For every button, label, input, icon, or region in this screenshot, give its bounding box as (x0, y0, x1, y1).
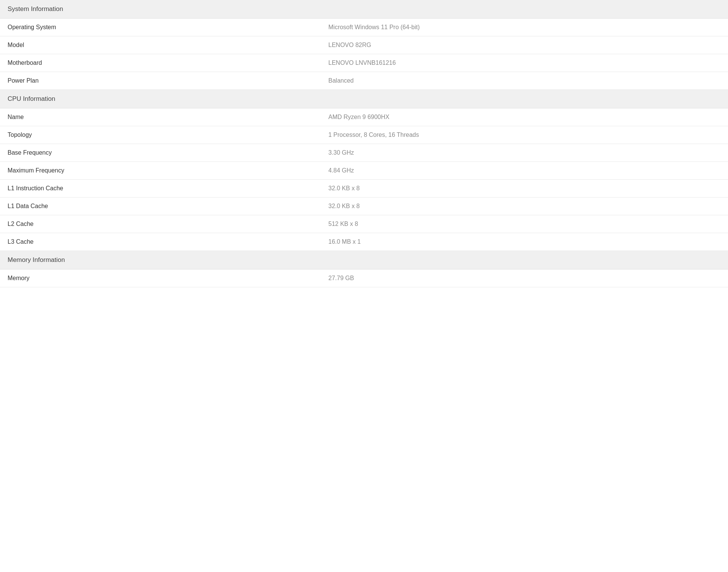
section-header-cpu-information: CPU Information (0, 90, 728, 108)
row-label: Name (8, 114, 328, 121)
section-memory-information: Memory InformationMemory27.79 GB (0, 251, 728, 287)
section-system-information: System InformationOperating SystemMicros… (0, 0, 728, 90)
info-row: NameAMD Ryzen 9 6900HX (0, 108, 728, 126)
info-row: L2 Cache512 KB x 8 (0, 215, 728, 233)
row-value: 16.0 MB x 1 (328, 238, 720, 245)
row-label: Base Frequency (8, 149, 328, 156)
row-value: LENOVO LNVNB161216 (328, 60, 720, 66)
row-value: 27.79 GB (328, 275, 720, 282)
row-label: L1 Data Cache (8, 203, 328, 210)
row-value: LENOVO 82RG (328, 42, 720, 49)
info-row: L1 Instruction Cache32.0 KB x 8 (0, 180, 728, 197)
row-value: Microsoft Windows 11 Pro (64-bit) (328, 24, 720, 31)
row-label: Model (8, 42, 328, 49)
info-row: Operating SystemMicrosoft Windows 11 Pro… (0, 19, 728, 36)
row-value: 3.30 GHz (328, 149, 720, 156)
section-cpu-information: CPU InformationNameAMD Ryzen 9 6900HXTop… (0, 90, 728, 251)
row-value: 32.0 KB x 8 (328, 203, 720, 210)
info-row: Power PlanBalanced (0, 72, 728, 90)
info-row: Base Frequency3.30 GHz (0, 144, 728, 162)
info-row: Maximum Frequency4.84 GHz (0, 162, 728, 180)
row-label: L2 Cache (8, 221, 328, 227)
row-value: 1 Processor, 8 Cores, 16 Threads (328, 132, 720, 138)
info-row: Memory27.79 GB (0, 270, 728, 287)
info-row: MotherboardLENOVO LNVNB161216 (0, 54, 728, 72)
row-label: Power Plan (8, 77, 328, 84)
row-value: 4.84 GHz (328, 167, 720, 174)
row-value: 512 KB x 8 (328, 221, 720, 227)
section-header-system-information: System Information (0, 0, 728, 19)
row-label: Memory (8, 275, 328, 282)
main-container: System InformationOperating SystemMicros… (0, 0, 728, 287)
row-label: Topology (8, 132, 328, 138)
info-row: L3 Cache16.0 MB x 1 (0, 233, 728, 251)
row-label: Operating System (8, 24, 328, 31)
row-value: Balanced (328, 77, 720, 84)
row-value: AMD Ryzen 9 6900HX (328, 114, 720, 121)
row-label: L1 Instruction Cache (8, 185, 328, 192)
info-row: Topology1 Processor, 8 Cores, 16 Threads (0, 126, 728, 144)
info-row: L1 Data Cache32.0 KB x 8 (0, 197, 728, 215)
info-row: ModelLENOVO 82RG (0, 36, 728, 54)
row-label: L3 Cache (8, 238, 328, 245)
row-value: 32.0 KB x 8 (328, 185, 720, 192)
row-label: Maximum Frequency (8, 167, 328, 174)
row-label: Motherboard (8, 60, 328, 66)
section-header-memory-information: Memory Information (0, 251, 728, 270)
